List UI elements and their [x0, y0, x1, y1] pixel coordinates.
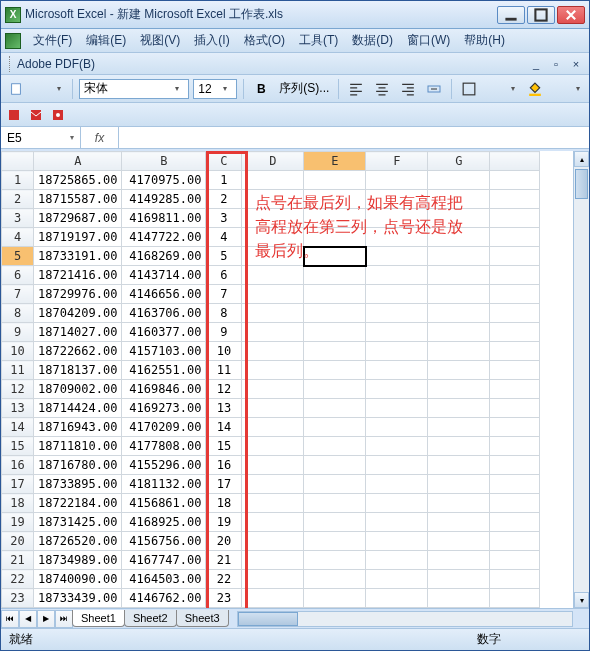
cell[interactable] [242, 209, 304, 228]
cell[interactable] [428, 456, 490, 475]
cell[interactable] [490, 190, 540, 209]
cell[interactable] [428, 285, 490, 304]
cell[interactable] [242, 285, 304, 304]
name-box[interactable]: E5 ▾ [1, 127, 81, 148]
cell[interactable]: 18718137.00 [34, 361, 122, 380]
font-selector[interactable]: 宋体 ▾ [79, 79, 189, 99]
menu-help[interactable]: 帮助(H) [458, 30, 511, 51]
cell[interactable] [366, 190, 428, 209]
borders-dropdown-icon[interactable]: ▾ [506, 84, 520, 93]
cell[interactable] [366, 551, 428, 570]
cell[interactable]: 4156756.00 [122, 532, 206, 551]
row-header[interactable]: 14 [2, 418, 34, 437]
cell[interactable] [428, 323, 490, 342]
cell[interactable] [304, 532, 366, 551]
cell[interactable]: 4155296.00 [122, 456, 206, 475]
cell[interactable]: 4149285.00 [122, 190, 206, 209]
cell[interactable]: 4160377.00 [122, 323, 206, 342]
cell[interactable]: 3 [206, 209, 242, 228]
sheet-tab-2[interactable]: Sheet2 [124, 610, 177, 627]
series-button[interactable]: 序列(S)... [276, 78, 332, 100]
cell[interactable] [366, 323, 428, 342]
cell[interactable] [428, 228, 490, 247]
cell[interactable]: 9 [206, 323, 242, 342]
select-all-corner[interactable] [2, 152, 34, 171]
col-header-D[interactable]: D [242, 152, 304, 171]
cell[interactable]: 18733895.00 [34, 475, 122, 494]
col-header-A[interactable]: A [34, 152, 122, 171]
cell[interactable]: 18722184.00 [34, 494, 122, 513]
cell[interactable] [490, 513, 540, 532]
cell[interactable] [428, 418, 490, 437]
align-center-button[interactable] [371, 78, 393, 100]
row-header[interactable]: 13 [2, 399, 34, 418]
cell[interactable] [304, 342, 366, 361]
cell[interactable]: 4169273.00 [122, 399, 206, 418]
cell[interactable]: 4168925.00 [122, 513, 206, 532]
cell[interactable] [366, 589, 428, 608]
cell[interactable]: 4170209.00 [122, 418, 206, 437]
row-header[interactable]: 2 [2, 190, 34, 209]
tab-nav-prev[interactable]: ◀ [19, 610, 37, 628]
cell[interactable]: 18740090.00 [34, 570, 122, 589]
fx-button[interactable]: fx [81, 127, 119, 148]
menu-tools[interactable]: 工具(T) [293, 30, 344, 51]
cell[interactable]: 4147722.00 [122, 228, 206, 247]
cell[interactable] [428, 570, 490, 589]
col-header-F[interactable]: F [366, 152, 428, 171]
cell[interactable]: 18729687.00 [34, 209, 122, 228]
cell[interactable] [242, 399, 304, 418]
cell[interactable]: 4146762.00 [122, 589, 206, 608]
row-header[interactable]: 19 [2, 513, 34, 532]
maximize-button[interactable] [527, 6, 555, 24]
pdf-email-icon[interactable] [27, 106, 45, 124]
cell[interactable] [366, 456, 428, 475]
cell[interactable]: 18725865.00 [34, 171, 122, 190]
cell[interactable] [304, 361, 366, 380]
cell[interactable] [366, 266, 428, 285]
cell[interactable]: 18715587.00 [34, 190, 122, 209]
new-dropdown-icon[interactable]: ▾ [52, 84, 66, 93]
align-left-button[interactable] [345, 78, 367, 100]
cell[interactable] [428, 266, 490, 285]
cell[interactable]: 12 [206, 380, 242, 399]
cell[interactable] [428, 513, 490, 532]
cell[interactable]: 4167747.00 [122, 551, 206, 570]
cell[interactable] [242, 228, 304, 247]
cell[interactable]: 18714424.00 [34, 399, 122, 418]
cell[interactable] [366, 342, 428, 361]
cell[interactable]: 4181132.00 [122, 475, 206, 494]
new-button[interactable] [5, 78, 27, 100]
cell[interactable] [490, 361, 540, 380]
doc-close-button[interactable]: × [567, 57, 585, 71]
namebox-dropdown-icon[interactable]: ▾ [70, 133, 74, 142]
cell[interactable] [304, 570, 366, 589]
menu-data[interactable]: 数据(D) [346, 30, 399, 51]
cell[interactable] [490, 285, 540, 304]
cell[interactable] [366, 247, 428, 266]
cell[interactable]: 4143714.00 [122, 266, 206, 285]
cell[interactable] [304, 513, 366, 532]
fill-dropdown-icon[interactable]: ▾ [571, 84, 585, 93]
cell[interactable] [366, 570, 428, 589]
cell[interactable] [428, 342, 490, 361]
tab-nav-last[interactable]: ⏭ [55, 610, 73, 628]
cell[interactable] [490, 399, 540, 418]
cell[interactable]: 21 [206, 551, 242, 570]
cell[interactable] [490, 342, 540, 361]
borders-button[interactable] [458, 78, 480, 100]
menu-edit[interactable]: 编辑(E) [80, 30, 132, 51]
menu-file[interactable]: 文件(F) [27, 30, 78, 51]
cell[interactable] [304, 418, 366, 437]
adobe-pdf-menu[interactable]: Adobe PDF(B) [17, 57, 95, 71]
cell[interactable]: 18734989.00 [34, 551, 122, 570]
cell[interactable] [428, 494, 490, 513]
cell[interactable] [366, 475, 428, 494]
cell[interactable]: 15 [206, 437, 242, 456]
cell[interactable]: 18 [206, 494, 242, 513]
cell[interactable] [428, 532, 490, 551]
cell[interactable] [366, 418, 428, 437]
cell[interactable] [304, 209, 366, 228]
cell[interactable] [242, 323, 304, 342]
doc-minimize-button[interactable]: _ [527, 57, 545, 71]
